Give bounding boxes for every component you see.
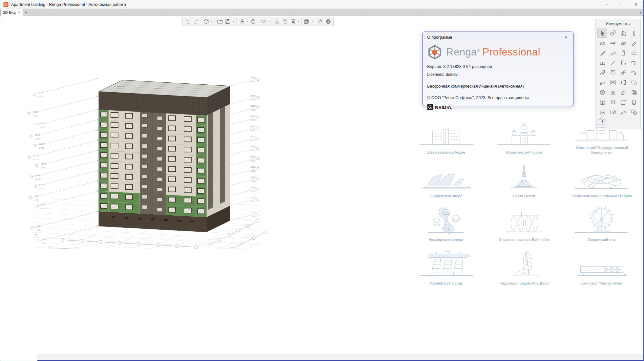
duct-fitting-tool-button[interactable]: [618, 78, 628, 87]
gallery-sketch-st-isaacs: [491, 118, 557, 148]
gallery-item-label: Сиднейская опера: [430, 194, 462, 199]
copy-button[interactable]: [281, 17, 289, 25]
door-tool-button[interactable]: [618, 48, 628, 57]
settings-button[interactable]: [316, 17, 324, 25]
gallery-item-label: Московский Государственный Университет: [567, 145, 636, 155]
axis-grid-tool-button[interactable]: A: [608, 29, 618, 38]
column-tool-button[interactable]: [629, 29, 639, 38]
solid-icon: [610, 99, 616, 106]
stair-tool-button[interactable]: [597, 48, 607, 57]
gallery-item-marina-bay-sands[interactable]: Марина Бэй Сандс: [407, 242, 485, 286]
print-button[interactable]: [249, 17, 257, 25]
sanitary-equipment-tool-button[interactable]: [597, 68, 607, 77]
window-tool-button[interactable]: [629, 48, 639, 57]
project-explorer-dropdown-icon[interactable]: ▾: [310, 17, 314, 25]
pipefit-icon: [620, 69, 627, 76]
export-button[interactable]: [238, 17, 245, 25]
svg-text:+6.000: +6.000: [251, 187, 256, 188]
svg-text:+24.000: +24.000: [250, 130, 256, 131]
gallery-item-st-isaacs[interactable]: Исаакиевский собор: [485, 111, 563, 155]
gallery-item-falkirk-wheel[interactable]: Фолкерское колесо: [407, 199, 485, 242]
gallery-item-capital-gate[interactable]: Падающая башня Абу-Даби: [485, 242, 563, 286]
gallery-item-london-eye[interactable]: Лондонский глаз: [563, 199, 641, 242]
wall-tool-button[interactable]: [618, 29, 628, 38]
model-line-tool-button[interactable]: [608, 58, 618, 67]
redo-icon: [193, 18, 199, 25]
equipment-tool-button[interactable]: [608, 68, 618, 77]
gallery-item-birds-nest[interactable]: Пекинский национальный стадион: [563, 155, 641, 199]
svg-text:+9.000: +9.000: [34, 195, 38, 197]
gallery-item-msu[interactable]: Московский Государственный Университет: [563, 111, 641, 155]
gallery-item-label: Лахта Центр: [513, 194, 535, 199]
gallery-item-label: Лондонский глаз: [587, 237, 616, 242]
building-model-view[interactable]: +36.000+36.000+33.000+33.000+30.000+30.0…: [13, 65, 276, 249]
roof-tool-button[interactable]: [618, 38, 628, 48]
duct-accessory-tool-button[interactable]: [597, 88, 607, 97]
undo-button[interactable]: [184, 17, 192, 25]
new-tab-button[interactable]: +: [23, 9, 30, 16]
horizontal-scrollbar[interactable]: [37, 354, 643, 360]
electrical-panel-tool-button[interactable]: [597, 97, 607, 107]
help-button[interactable]: ?: [324, 17, 332, 25]
socket-tool-button[interactable]: [629, 88, 639, 97]
svg-text:+18.000: +18.000: [40, 167, 46, 169]
close-window-button[interactable]: ×: [629, 0, 643, 9]
cut-button[interactable]: [273, 17, 281, 25]
paste-button[interactable]: [289, 17, 297, 25]
save-button[interactable]: [224, 17, 232, 25]
export-dropdown-icon[interactable]: ▾: [245, 17, 249, 25]
save-icon: [225, 18, 231, 25]
svg-text:0.000: 0.000: [252, 212, 256, 213]
opening-tool-button[interactable]: [608, 38, 618, 48]
view-style-dropdown-icon[interactable]: ▾: [210, 17, 214, 25]
duct-elbow-tool-button[interactable]: [629, 78, 639, 87]
collaboration-cloud-button[interactable]: [259, 17, 267, 25]
collaboration-dropdown-icon[interactable]: ▾: [267, 17, 271, 25]
select-tool-button[interactable]: [597, 29, 607, 38]
fan-tool-button[interactable]: [608, 78, 618, 87]
help-icon: ?: [325, 18, 331, 25]
svg-text:+6.000: +6.000: [251, 191, 256, 192]
about-dialog-close-icon[interactable]: ×: [563, 34, 569, 40]
redo-button[interactable]: [192, 17, 200, 25]
luminaire-tool-button[interactable]: [608, 88, 618, 97]
pipe-accessory-tool-button[interactable]: [597, 78, 607, 87]
project-explorer-button[interactable]: [302, 17, 310, 25]
open-project-button[interactable]: [216, 17, 224, 25]
svg-text:+6.000: +6.000: [41, 208, 46, 209]
gallery-item-weinheim-plant[interactable]: Очистная станция Вайнхайм: [485, 199, 563, 242]
svg-text:+30.000: +30.000: [250, 105, 256, 107]
toolbar-separator: [258, 18, 258, 24]
save-dropdown-icon[interactable]: ▾: [232, 17, 235, 25]
gallery-item-askon-hq[interactable]: Штаб-квартира Аскон: [407, 111, 485, 155]
furniture-tool-button[interactable]: [629, 58, 639, 67]
railing-tool-button[interactable]: [597, 58, 607, 67]
solid-tool-button[interactable]: [608, 97, 618, 107]
electrical-device-tool-button[interactable]: [618, 88, 628, 97]
tools-panel-title: Инструменты: [597, 21, 639, 29]
level-markers-right: +36.000+36.000+33.000+33.000+30.000+30.0…: [231, 77, 259, 220]
ramp-tool-button[interactable]: [608, 48, 618, 57]
gallery-item-lakhta-center[interactable]: Лахта Центр: [485, 155, 563, 199]
small-equipment-tool-button[interactable]: [629, 97, 639, 107]
floor-tool-button[interactable]: [597, 38, 607, 48]
equipment-icon: [610, 69, 616, 76]
plumbing-fixture-tool-button[interactable]: [618, 58, 628, 67]
pipe-elbow-tool-button[interactable]: [629, 68, 639, 77]
svg-text:+36.000: +36.000: [38, 92, 43, 94]
maximize-button[interactable]: [614, 0, 629, 9]
toolbar-separator: [301, 18, 301, 24]
axis-icon: A: [610, 30, 616, 37]
tab-close-icon[interactable]: ×: [18, 11, 20, 14]
gallery-item-sydney-opera[interactable]: Сиднейская опера: [407, 155, 485, 199]
view-style-button[interactable]: [202, 17, 210, 25]
beam-tool-button[interactable]: [629, 38, 639, 48]
paste-dropdown-icon[interactable]: ▾: [297, 17, 300, 25]
svg-text:+3.000: +3.000: [36, 229, 40, 231]
gallery-item-pierres-vives[interactable]: Комплекс "Pierres Vives": [563, 242, 641, 286]
minimize-button[interactable]: –: [600, 0, 614, 9]
tab-list-dropdown-icon[interactable]: ▾: [640, 11, 641, 14]
pipe-fitting-tool-button[interactable]: [618, 68, 628, 77]
tab-3d-view[interactable]: 3D Вид ×: [0, 9, 23, 16]
section-view-tool-button[interactable]: [618, 97, 628, 107]
